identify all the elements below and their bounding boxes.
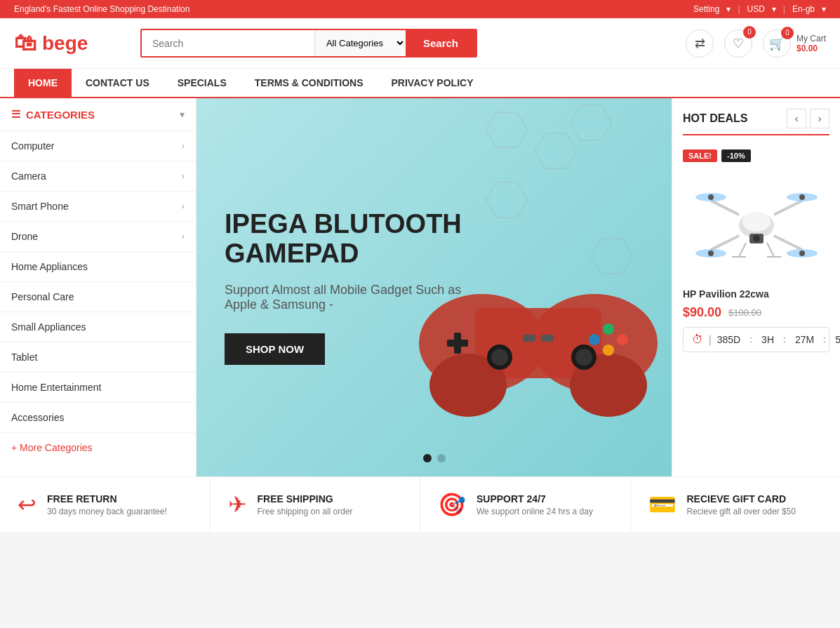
content-area: IPEGA BLUTOOTH GAMEPAD Support Almost al… bbox=[196, 98, 840, 476]
footer-giftcard-title: RECIEVE GIFT CARD bbox=[687, 493, 796, 505]
hot-deals-next-button[interactable]: › bbox=[810, 109, 829, 128]
wishlist-badge: 0 bbox=[743, 26, 756, 39]
deal-price-old: $100.00 bbox=[728, 307, 761, 318]
footer-item-return: ↩ FREE RETURN 30 days money back guarant… bbox=[0, 477, 211, 532]
sidebar-item-label: Computer bbox=[11, 140, 54, 152]
sidebar-item-computer[interactable]: Computer › bbox=[0, 131, 196, 161]
cart-button[interactable]: 🛒 0 My Cart $0.00 bbox=[763, 29, 826, 58]
cart-icon: 🛒 0 bbox=[763, 29, 791, 58]
sidebar-item-drone[interactable]: Drone › bbox=[0, 222, 196, 252]
settings-dropdown[interactable]: Setting bbox=[693, 4, 719, 14]
hot-deals-header: HOT DEALS ‹ › bbox=[683, 109, 829, 135]
svg-line-40 bbox=[767, 243, 774, 257]
cart-badge: 0 bbox=[781, 27, 794, 39]
cart-label: My Cart bbox=[796, 34, 826, 44]
nav-contact[interactable]: CONTACT US bbox=[72, 69, 164, 97]
footer-support-title: SUPPORT 24/7 bbox=[476, 493, 593, 505]
search-button[interactable]: Search bbox=[406, 30, 476, 56]
deal-price-current: $90.00 bbox=[683, 305, 721, 320]
support-icon: 🎯 bbox=[438, 491, 466, 518]
sidebar-item-label: Accessories bbox=[11, 412, 64, 423]
shuffle-button[interactable]: ⇄ bbox=[686, 29, 714, 58]
footer-return-title: FREE RETURN bbox=[47, 493, 167, 505]
hot-deals-nav: ‹ › bbox=[787, 109, 829, 128]
sidebar-item-tablet[interactable]: Tablet bbox=[0, 342, 196, 373]
footer-return-subtitle: 30 days money back guarantee! bbox=[47, 507, 167, 516]
sidebar-item-small-appliances[interactable]: Small Appliances bbox=[0, 312, 196, 342]
language-dropdown[interactable]: En-gb bbox=[792, 4, 815, 14]
logo[interactable]: 🛍 bege bbox=[14, 30, 126, 56]
svg-marker-21 bbox=[591, 239, 633, 274]
cart-info: My Cart $0.00 bbox=[796, 34, 826, 53]
hot-deals-prev-button[interactable]: ‹ bbox=[787, 109, 806, 128]
categories-label: CATEGORIES bbox=[26, 109, 95, 121]
svg-line-28 bbox=[774, 236, 802, 250]
banner-title: IPEGA BLUTOOTH GAMEPAD bbox=[225, 210, 491, 269]
clock-icon: ⏱ bbox=[692, 333, 703, 346]
sidebar: ☰ CATEGORIES ▾ Computer › Camera › Smart… bbox=[0, 98, 196, 476]
footer-giftcard-subtitle: Recieve gift all over oder $50 bbox=[687, 507, 796, 516]
svg-point-32 bbox=[799, 194, 805, 200]
sidebar-item-label: Smart Phone bbox=[11, 201, 69, 212]
nav-home[interactable]: HOME bbox=[14, 69, 72, 97]
banner-subtitle: Support Almost all Mobile Gadget Such as… bbox=[225, 283, 491, 312]
shop-now-button[interactable]: SHOP NOW bbox=[225, 333, 325, 365]
sidebar-item-label: Small Appliances bbox=[11, 321, 86, 333]
svg-point-30 bbox=[708, 194, 714, 200]
sidebar-item-personal-care[interactable]: Personal Care bbox=[0, 282, 196, 312]
sidebar-item-label: Home Entertainment bbox=[11, 382, 101, 393]
search-bar: All Categories Search bbox=[140, 29, 477, 58]
deal-timer: ⏱ | 385D ： 3H ： 27M ： 52S bbox=[683, 327, 829, 352]
menu-icon: ☰ bbox=[11, 108, 20, 121]
sidebar-header: ☰ CATEGORIES ▾ bbox=[0, 98, 196, 131]
giftcard-icon: 💳 bbox=[648, 491, 676, 518]
sidebar-more-categories[interactable]: + More Categories bbox=[0, 433, 196, 462]
timer-days: 385D bbox=[717, 334, 740, 345]
navigation: HOME CONTACT US SPECIALS TERMS & CONDITI… bbox=[0, 69, 840, 98]
header-icons: ⇄ ♡ 0 🛒 0 My Cart $0.00 bbox=[686, 29, 826, 58]
sidebar-item-smartphone[interactable]: Smart Phone › bbox=[0, 192, 196, 222]
sale-badge: SALE! bbox=[683, 149, 717, 162]
shipping-icon: ✈ bbox=[228, 491, 247, 518]
svg-point-38 bbox=[753, 235, 760, 242]
nav-terms[interactable]: TERMS & CONDITIONS bbox=[241, 69, 378, 97]
sidebar-item-label: Home Appliances bbox=[11, 261, 88, 272]
nav-privacy[interactable]: PRIVACY POLICY bbox=[378, 69, 488, 97]
svg-point-34 bbox=[708, 250, 714, 256]
hot-deals-title: HOT DEALS bbox=[683, 112, 747, 125]
category-select[interactable]: All Categories bbox=[314, 30, 406, 56]
chevron-right-icon: › bbox=[182, 232, 185, 241]
banner-dot-1[interactable] bbox=[423, 454, 432, 462]
svg-marker-20 bbox=[570, 105, 612, 140]
sidebar-item-home-appliances[interactable]: Home Appliances bbox=[0, 252, 196, 282]
nav-specials[interactable]: SPECIALS bbox=[164, 69, 241, 97]
sidebar-item-home-entertainment[interactable]: Home Entertainment bbox=[0, 373, 196, 403]
hot-deals: HOT DEALS ‹ › SALE! -10% bbox=[672, 98, 840, 476]
footer-shipping-title: FREE SHIPPING bbox=[258, 493, 353, 505]
banner: IPEGA BLUTOOTH GAMEPAD Support Almost al… bbox=[196, 98, 672, 476]
banner-hotdeals-row: IPEGA BLUTOOTH GAMEPAD Support Almost al… bbox=[196, 98, 840, 476]
search-input[interactable] bbox=[142, 30, 314, 56]
timer-mins: 27M bbox=[795, 334, 814, 345]
discount-badge: -10% bbox=[721, 149, 751, 162]
timer-secs: 52S bbox=[835, 334, 840, 345]
currency-dropdown[interactable]: USD bbox=[747, 4, 765, 14]
sidebar-item-label: Drone bbox=[11, 231, 38, 242]
chevron-right-icon: › bbox=[182, 171, 185, 181]
sidebar-toggle-icon[interactable]: ▾ bbox=[180, 109, 185, 120]
wishlist-button[interactable]: ♡ 0 bbox=[724, 29, 752, 58]
chevron-right-icon: › bbox=[182, 201, 185, 211]
footer-item-support: 🎯 SUPPORT 24/7 We support online 24 hrs … bbox=[420, 477, 631, 532]
sidebar-item-camera[interactable]: Camera › bbox=[0, 161, 196, 192]
top-bar-tagline: England's Fastest Online Shopping Destin… bbox=[14, 4, 189, 14]
banner-dot-2[interactable] bbox=[437, 454, 446, 462]
top-bar-right: Setting ▾ | USD ▾ | En-gb ▾ bbox=[693, 4, 826, 14]
deal-prices: $90.00 $100.00 bbox=[683, 305, 829, 320]
svg-marker-17 bbox=[486, 112, 528, 147]
sidebar-item-accessories[interactable]: Accessories bbox=[0, 403, 196, 433]
logo-text: bege bbox=[42, 32, 88, 55]
deal-card: SALE! -10% bbox=[683, 142, 829, 359]
footer-item-shipping: ✈ FREE SHIPPING Free shipping on all ord… bbox=[211, 477, 421, 532]
svg-line-25 bbox=[711, 201, 739, 215]
deal-image[interactable] bbox=[683, 169, 829, 281]
